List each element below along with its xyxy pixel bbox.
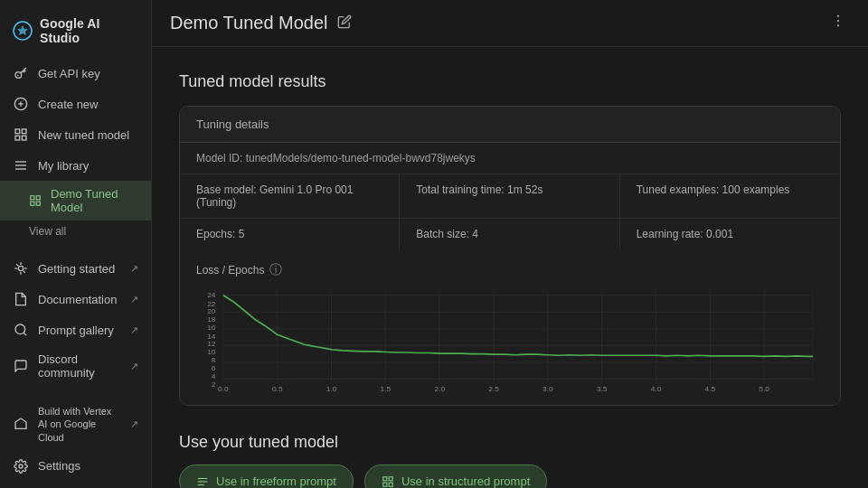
chart-section: Loss / Epochs ⓘ 24 22 20 18 16 14 12	[180, 249, 840, 405]
svg-rect-65	[389, 476, 392, 480]
view-all-link[interactable]: View all	[0, 221, 151, 242]
tuning-card-header: Tuning details	[180, 107, 840, 143]
edit-title-icon[interactable]	[337, 14, 352, 33]
settings-label: Settings	[38, 459, 80, 473]
getting-started-icon	[13, 260, 29, 277]
svg-text:24: 24	[207, 291, 216, 299]
content-area: Tuned model results Tuning details Model…	[152, 47, 868, 488]
documentation-icon	[13, 291, 29, 307]
external-link-icon5: ↗	[130, 418, 138, 430]
chart-svg: 24 22 20 18 16 14 12 10 8 6 4 2	[196, 287, 824, 396]
use-model-title: Use your tuned model	[179, 433, 841, 452]
svg-point-14	[15, 324, 25, 334]
sidebar-label-get-api-key: Get API key	[38, 67, 100, 80]
sidebar-item-settings[interactable]: Settings	[0, 451, 151, 482]
svg-text:0.5: 0.5	[272, 385, 283, 393]
results-title: Tuned model results	[179, 72, 841, 91]
use-structured-button[interactable]: Use in structured prompt	[364, 465, 547, 488]
sidebar-item-get-api-key[interactable]: Get API key	[0, 58, 151, 89]
svg-rect-67	[389, 483, 392, 486]
svg-rect-64	[383, 476, 387, 480]
prompt-gallery-icon	[13, 322, 29, 338]
model-id-row: Model ID: tunedModels/demo-tuned-model-b…	[180, 143, 840, 174]
svg-point-17	[837, 15, 839, 17]
chart-label: Loss / Epochs ⓘ	[196, 262, 824, 278]
sidebar-item-my-library[interactable]: My library	[0, 150, 151, 181]
main-content: Demo Tuned Model Tuned model results Tun…	[152, 0, 868, 488]
svg-text:4.5: 4.5	[705, 385, 716, 393]
documentation-label: Documentation	[38, 293, 117, 306]
build-vertex-label: Build with Vertex AI on Google Cloud	[38, 405, 121, 444]
learning-rate-cell: Learning rate: 0.001	[620, 219, 840, 249]
svg-rect-12	[36, 202, 40, 205]
svg-text:14: 14	[207, 333, 216, 341]
svg-text:3.5: 3.5	[597, 385, 608, 393]
prompt-gallery-label: Prompt gallery	[38, 324, 114, 337]
sidebar-item-discord[interactable]: Discord community ↗	[0, 345, 151, 387]
topbar-menu-button[interactable]	[826, 9, 850, 37]
svg-point-13	[18, 266, 23, 270]
svg-text:12: 12	[207, 341, 216, 349]
external-link-icon3: ↗	[130, 324, 138, 336]
build-vertex-icon	[13, 416, 29, 432]
external-link-icon: ↗	[130, 263, 138, 275]
loss-chart: 24 22 20 18 16 14 12 10 8 6 4 2	[196, 287, 824, 396]
logo-icon	[13, 21, 33, 41]
svg-point-19	[837, 24, 839, 26]
svg-rect-8	[22, 136, 26, 140]
my-library-icon	[13, 157, 29, 174]
svg-text:4: 4	[212, 373, 216, 381]
svg-line-15	[24, 333, 26, 335]
discord-label: Discord community	[38, 352, 121, 380]
batch-size-cell: Batch size: 4	[400, 219, 619, 249]
collapse-sidebar-button[interactable]: ‹	[0, 482, 151, 488]
svg-rect-5	[15, 129, 20, 134]
svg-text:0.0: 0.0	[218, 385, 229, 393]
svg-point-18	[837, 20, 839, 22]
svg-point-16	[19, 465, 23, 468]
svg-rect-11	[31, 202, 34, 205]
sidebar-item-new-tuned-model[interactable]: New tuned model	[0, 119, 151, 150]
chart-info-icon[interactable]: ⓘ	[269, 262, 282, 278]
svg-text:2: 2	[212, 381, 216, 389]
svg-text:2.0: 2.0	[434, 385, 445, 393]
freeform-label: Use in freeform prompt	[216, 474, 336, 488]
svg-rect-6	[22, 129, 26, 134]
svg-text:8: 8	[212, 356, 216, 364]
sidebar-item-documentation[interactable]: Documentation ↗	[0, 284, 151, 314]
svg-rect-9	[31, 196, 34, 200]
svg-rect-10	[36, 196, 40, 200]
base-model-cell: Base model: Gemini 1.0 Pro 001 (Tuning)	[180, 174, 400, 218]
tuning-details-card: Tuning details Model ID: tunedModels/dem…	[179, 106, 841, 406]
structured-label: Use in structured prompt	[401, 474, 530, 488]
training-time-cell: Total training time: 1m 52s	[400, 174, 619, 218]
svg-text:4.0: 4.0	[651, 385, 662, 393]
svg-text:10: 10	[207, 349, 216, 357]
tuning-info-row2: Epochs: 5 Batch size: 4 Learning rate: 0…	[180, 219, 840, 249]
tuned-examples-cell: Tuned examples: 100 examples	[620, 174, 840, 218]
create-new-icon	[13, 96, 29, 112]
svg-text:18: 18	[207, 316, 216, 324]
sidebar-item-create-new[interactable]: Create new	[0, 89, 151, 119]
demo-model-label: Demo Tuned Model	[51, 187, 138, 214]
epochs-cell: Epochs: 5	[180, 219, 400, 249]
sidebar-item-prompt-gallery[interactable]: Prompt gallery ↗	[0, 314, 151, 345]
sidebar: Google AI Studio Get API key Create new …	[0, 0, 152, 488]
svg-text:2.5: 2.5	[488, 385, 499, 393]
discord-icon	[13, 358, 29, 374]
topbar: Demo Tuned Model	[152, 0, 868, 47]
sidebar-item-build-vertex[interactable]: Build with Vertex AI on Google Cloud ↗	[0, 398, 151, 451]
svg-text:1.0: 1.0	[326, 385, 337, 393]
use-freeform-button[interactable]: Use in freeform prompt	[179, 465, 354, 488]
svg-text:3.0: 3.0	[542, 385, 553, 393]
sidebar-label-create-new: Create new	[38, 98, 98, 111]
sidebar-label-new-tuned-model: New tuned model	[38, 128, 129, 142]
page-title: Demo Tuned Model	[170, 13, 352, 33]
app-name: Google AI Studio	[40, 16, 138, 45]
svg-text:22: 22	[207, 300, 216, 308]
sidebar-item-getting-started[interactable]: Getting started ↗	[0, 253, 151, 284]
svg-text:6: 6	[212, 364, 216, 372]
sidebar-label-my-library: My library	[38, 159, 89, 173]
tuning-info-row1: Base model: Gemini 1.0 Pro 001 (Tuning) …	[180, 174, 840, 219]
sidebar-subitem-demo-tuned-model[interactable]: Demo Tuned Model	[0, 181, 151, 221]
